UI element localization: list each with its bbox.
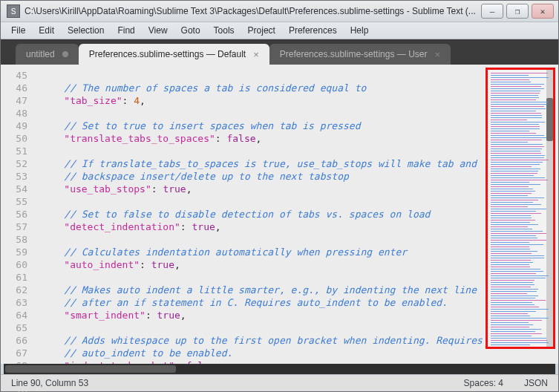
menu-edit[interactable]: Edit: [33, 24, 60, 37]
minimap-line: [491, 88, 544, 89]
minimap-line: [491, 220, 535, 220]
code-line: [41, 69, 486, 82]
minimap-line: [491, 282, 533, 283]
minimap-line: [491, 244, 543, 245]
menu-view[interactable]: View: [143, 24, 174, 37]
minimap-line: [491, 246, 529, 247]
minimap-scroll-thumb[interactable]: [546, 98, 553, 141]
minimap-line: [491, 273, 536, 274]
minimap-line: [491, 267, 530, 267]
code-line: // auto_indent to be enabled.: [41, 347, 486, 359]
menu-preferences[interactable]: Preferences: [283, 24, 343, 37]
tab-1[interactable]: Preferences.sublime-settings — Default×: [79, 44, 269, 65]
minimap-line: [491, 162, 543, 163]
line-gutter: 45 46 47 48 49 50 51 52 53 54 55 56 57 5…: [1, 65, 33, 364]
syntax-mode[interactable]: JSON: [524, 378, 548, 388]
minimap-line: [491, 108, 546, 109]
minimap-line: [491, 336, 532, 336]
minimap-line: [491, 242, 529, 243]
minimap-line: [491, 73, 548, 74]
code-line: "translate_tabs_to_spaces": false,: [41, 132, 486, 145]
tab-label: untitled: [26, 49, 55, 59]
minimap-line: [491, 113, 541, 114]
menu-selection[interactable]: Selection: [62, 24, 110, 37]
minimap-line: [491, 253, 532, 254]
minimap-scrollbar[interactable]: [546, 70, 553, 347]
minimap-line: [491, 86, 541, 87]
tab-2[interactable]: Preferences.sublime-settings — User×: [269, 44, 451, 65]
minimap-line: [491, 77, 549, 78]
menu-project[interactable]: Project: [242, 24, 281, 37]
dirty-indicator-icon: [62, 51, 68, 57]
code-line: // If translate_tabs_to_spaces is true, …: [41, 157, 486, 170]
code-line: "smart_indent": true,: [41, 309, 486, 321]
menu-find[interactable]: Find: [111, 24, 140, 37]
minimap-line: [491, 177, 545, 178]
minimap-line: [491, 79, 529, 80]
editor-body: 45 46 47 48 49 50 51 52 53 54 55 56 57 5…: [1, 65, 558, 364]
close-tab-icon[interactable]: ×: [434, 49, 440, 60]
menu-goto[interactable]: Goto: [175, 24, 206, 37]
minimap-line: [491, 313, 528, 314]
minimap-line: [491, 173, 537, 174]
minimap-line: [491, 169, 540, 169]
minimap-line: [491, 82, 531, 82]
minimap-line: [491, 91, 540, 91]
minimap-line: [491, 153, 541, 154]
code-line: // The number of spaces a tab is conside…: [41, 82, 486, 94]
minimap-line: [491, 331, 535, 332]
minimap-line: [491, 97, 539, 98]
minimap-line: [491, 238, 537, 238]
minimap-line: [491, 316, 530, 316]
menu-tools[interactable]: Tools: [208, 24, 241, 37]
minimap-line: [491, 84, 544, 85]
code-line: // backspace insert/delete up to the nex…: [41, 170, 486, 183]
close-tab-icon[interactable]: ×: [253, 49, 259, 60]
minimap-line: [491, 307, 539, 307]
close-button[interactable]: ✕: [532, 4, 554, 19]
window-title: C:\Users\Kirill\AppData\Roaming\Sublime …: [24, 6, 481, 16]
minimap-line: [491, 304, 535, 305]
maximize-button[interactable]: ❐: [506, 4, 529, 19]
minimap-line: [491, 106, 544, 107]
minimap-line: [491, 93, 540, 94]
code-line: // Set to true to insert spaces when tab…: [41, 120, 486, 132]
minimap-line: [491, 284, 535, 285]
minimap-line: [491, 260, 531, 261]
horizontal-scrollbar[interactable]: [4, 364, 555, 374]
minimap-line: [491, 213, 541, 214]
minimap-line: [491, 269, 540, 270]
minimap-line: [491, 99, 536, 100]
minimap-line: [491, 202, 533, 203]
minimap-line: [491, 318, 549, 318]
minimap-line: [491, 309, 549, 310]
minimap-line: [491, 160, 549, 160]
minimap-line: [491, 329, 541, 330]
minimize-button[interactable]: —: [481, 4, 503, 19]
menu-file[interactable]: File: [5, 24, 31, 37]
minimap-line: [491, 344, 530, 345]
tab-label: Preferences.sublime-settings — User: [280, 49, 428, 59]
minimap-line: [491, 258, 544, 258]
minimap-line: [491, 287, 531, 287]
indent-mode[interactable]: Spaces: 4: [464, 378, 503, 388]
horizontal-scroll-thumb[interactable]: [5, 365, 176, 373]
app-window: S C:\Users\Kirill\AppData\Roaming\Sublim…: [0, 0, 559, 392]
tab-0[interactable]: untitled: [16, 44, 79, 65]
minimap-line: [491, 95, 538, 96]
menu-help[interactable]: Help: [344, 24, 375, 37]
minimap-line: [491, 102, 548, 102]
minimap-line: [491, 164, 540, 165]
code-line: [41, 107, 486, 120]
code-area[interactable]: // The number of spaces a tab is conside…: [33, 65, 486, 364]
code-line: // Set to false to disable detection of …: [41, 208, 486, 220]
minimap[interactable]: [486, 68, 555, 349]
minimap-line: [491, 126, 540, 127]
minimap-line: [491, 122, 545, 122]
titlebar[interactable]: S C:\Users\Kirill\AppData\Roaming\Sublim…: [1, 1, 558, 22]
minimap-line: [491, 193, 532, 194]
minimap-line: [491, 206, 528, 207]
code-line: [41, 195, 486, 208]
minimap-line: [491, 144, 543, 145]
menubar: FileEditSelectionFindViewGotoToolsProjec…: [1, 22, 558, 39]
